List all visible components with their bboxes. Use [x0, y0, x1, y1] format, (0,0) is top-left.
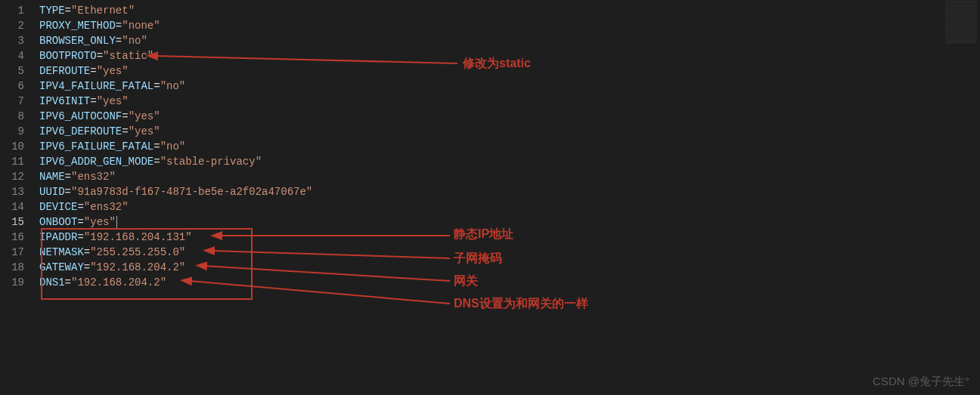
equals-sign: = — [77, 201, 83, 213]
minimap-line — [945, 42, 977, 43]
line-number: 17 — [0, 245, 24, 260]
code-line[interactable]: IPV6_AUTOCONF="yes" — [39, 109, 980, 124]
config-value: "no" — [122, 35, 147, 47]
equals-sign: = — [77, 216, 83, 228]
config-value: "none" — [122, 20, 160, 32]
config-key: UUID — [39, 186, 65, 198]
config-key: TYPE — [39, 5, 65, 17]
config-value: "yes" — [97, 65, 129, 77]
equals-sign: = — [90, 95, 96, 107]
equals-sign: = — [154, 156, 160, 168]
minimap-line — [945, 21, 977, 23]
equals-sign: = — [65, 186, 71, 198]
code-line[interactable]: BOOTPROTO="static" — [39, 48, 980, 63]
equals-sign: = — [122, 125, 128, 137]
equals-sign: = — [122, 110, 128, 122]
config-value: "yes" — [97, 95, 129, 107]
config-key: IPV6_DEFROUTE — [39, 125, 122, 137]
config-value: "192.168.204.2" — [90, 261, 185, 273]
equals-sign: = — [154, 80, 160, 92]
minimap-line — [945, 37, 977, 39]
config-value: "yes" — [129, 110, 160, 122]
line-number: 11 — [0, 154, 24, 169]
config-key: IPV6_ADDR_GEN_MODE — [39, 156, 154, 168]
code-line[interactable]: IPADDR="192.168.204.131" — [39, 230, 980, 245]
code-line[interactable]: DEFROUTE="yes" — [39, 63, 980, 79]
minimap-line — [945, 8, 977, 9]
equals-sign: = — [65, 276, 71, 289]
minimap-line — [945, 26, 977, 27]
equals-sign: = — [116, 20, 122, 32]
config-key: PROXY_METHOD — [39, 20, 116, 32]
code-line[interactable]: BROWSER_ONLY="no" — [39, 33, 980, 48]
line-number-gutter: 12345678910111213141516171819 — [0, 3, 39, 290]
code-line[interactable]: TYPE="Ethernet" — [39, 3, 980, 18]
minimap-line — [945, 10, 977, 11]
line-number: 6 — [0, 79, 24, 94]
config-key: BOOTPROTO — [39, 50, 97, 62]
line-number: 12 — [0, 169, 24, 184]
minimap-line — [945, 32, 977, 34]
equals-sign: = — [65, 171, 71, 183]
config-value: "192.168.204.131" — [84, 231, 192, 243]
line-number: 2 — [0, 18, 24, 33]
minimap[interactable] — [942, 0, 980, 395]
config-key: IPADDR — [39, 231, 77, 243]
minimap-line — [945, 5, 977, 7]
watermark: CSDN @兔子先生° — [873, 375, 969, 389]
code-area[interactable]: TYPE="Ethernet"PROXY_METHOD="none"BROWSE… — [39, 3, 980, 290]
code-line[interactable]: IPV6_DEFROUTE="yes" — [39, 124, 980, 139]
equals-sign: = — [90, 65, 96, 77]
line-number: 3 — [0, 33, 24, 48]
config-key: GATEWAY — [39, 261, 84, 273]
line-number: 7 — [0, 94, 24, 109]
equals-sign: = — [84, 246, 90, 258]
config-key: ONBOOT — [39, 216, 77, 228]
text-cursor — [116, 216, 117, 228]
config-value: "255.255.255.0" — [90, 246, 185, 258]
minimap-line — [945, 39, 977, 41]
minimap-line — [945, 1, 977, 2]
equals-sign: = — [154, 140, 160, 153]
minimap-line — [945, 28, 977, 29]
line-number: 15 — [0, 214, 24, 230]
config-key: IPV6INIT — [39, 95, 90, 107]
code-line[interactable]: DEVICE="ens32" — [39, 199, 980, 214]
annotation-dns: DNS设置为和网关的一样 — [454, 296, 588, 312]
code-line[interactable]: IPV6INIT="yes" — [39, 94, 980, 109]
code-editor[interactable]: 12345678910111213141516171819 TYPE="Ethe… — [0, 0, 980, 290]
line-number: 4 — [0, 48, 24, 63]
config-value: "no" — [160, 140, 186, 153]
config-key: NETMASK — [39, 246, 84, 258]
minimap-line — [945, 12, 977, 14]
line-number: 1 — [0, 3, 24, 18]
line-number: 19 — [0, 275, 24, 290]
code-line[interactable]: NAME="ens32" — [39, 169, 980, 184]
code-line[interactable]: PROXY_METHOD="none" — [39, 18, 980, 33]
code-line[interactable]: IPV4_FAILURE_FATAL="no" — [39, 79, 980, 94]
config-key: BROWSER_ONLY — [39, 35, 116, 47]
config-key: DEFROUTE — [39, 65, 90, 77]
line-number: 9 — [0, 124, 24, 139]
code-line[interactable]: DNS1="192.168.204.2" — [39, 275, 980, 290]
code-line[interactable]: UUID="91a9783d-f167-4871-be5e-a2f02a4706… — [39, 184, 980, 199]
code-line[interactable]: IPV6_FAILURE_FATAL="no" — [39, 139, 980, 154]
line-number: 10 — [0, 139, 24, 154]
line-number: 16 — [0, 230, 24, 245]
code-line[interactable]: ONBOOT="yes" — [39, 214, 980, 230]
equals-sign: = — [77, 231, 83, 243]
line-number: 5 — [0, 63, 24, 79]
config-value: "Ethernet" — [71, 5, 135, 17]
minimap-line — [945, 23, 977, 25]
config-value: "ens32" — [71, 171, 116, 183]
config-key: DEVICE — [39, 201, 77, 213]
minimap-line — [945, 14, 977, 16]
code-line[interactable]: NETMASK="255.255.255.0" — [39, 245, 980, 260]
code-line[interactable]: IPV6_ADDR_GEN_MODE="stable-privacy" — [39, 154, 980, 169]
equals-sign: = — [65, 5, 71, 17]
minimap-line — [945, 19, 977, 20]
line-number: 13 — [0, 184, 24, 199]
equals-sign: = — [116, 35, 122, 47]
code-line[interactable]: GATEWAY="192.168.204.2" — [39, 260, 980, 275]
equals-sign: = — [97, 50, 103, 62]
